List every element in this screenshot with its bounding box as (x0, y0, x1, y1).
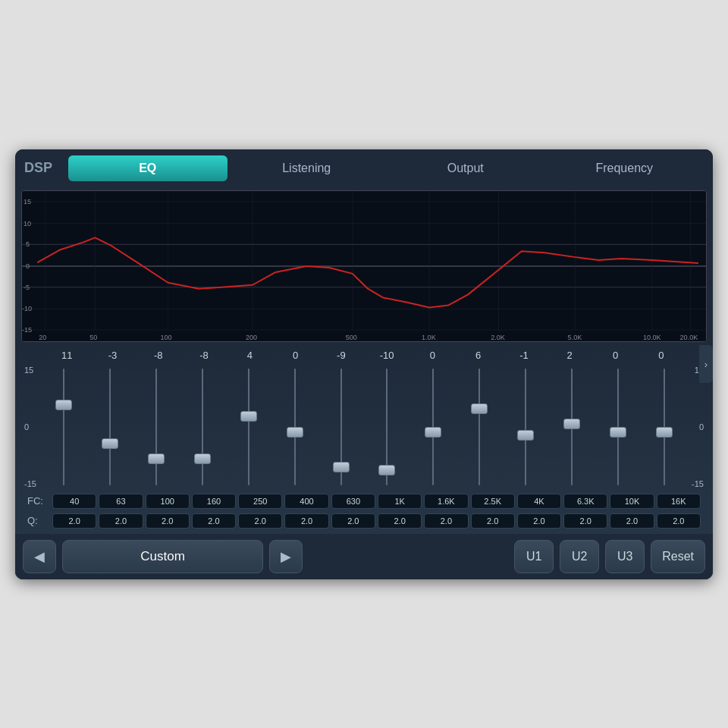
fader-track-7 (386, 369, 388, 485)
chevron-right-button[interactable]: › (699, 345, 713, 383)
fc-cell-10[interactable]: 4K (517, 494, 561, 509)
u1-button[interactable]: U1 (514, 540, 554, 573)
fader-handle-0[interactable] (55, 400, 72, 410)
fader-value-13: 0 (639, 350, 684, 361)
fader-col-7[interactable] (364, 366, 410, 488)
q-cell-5[interactable]: 2.0 (284, 513, 328, 529)
fader-handle-7[interactable] (378, 465, 395, 475)
q-cell-10[interactable]: 2.0 (517, 513, 561, 529)
fader-handle-8[interactable] (425, 427, 441, 438)
fc-cell-12[interactable]: 10K (610, 494, 654, 509)
fc-row: FC: 40631001602504006301K1.6K2.5K4K6.3K1… (21, 491, 707, 511)
q-cell-12[interactable]: 2.0 (610, 513, 654, 529)
svg-text:500: 500 (346, 334, 357, 341)
fc-cell-7[interactable]: 1K (378, 494, 422, 509)
fader-track-0 (63, 369, 64, 485)
fader-handle-4[interactable] (240, 411, 257, 422)
svg-text:20.0K: 20.0K (680, 334, 698, 341)
reset-button[interactable]: Reset (651, 540, 705, 573)
fader-track-1 (109, 369, 111, 485)
fader-handle-3[interactable] (194, 453, 211, 464)
svg-text:200: 200 (246, 334, 257, 341)
q-cell-9[interactable]: 2.0 (471, 513, 515, 529)
fader-handle-10[interactable] (517, 430, 534, 441)
fc-cell-5[interactable]: 400 (284, 494, 328, 509)
fc-cell-4[interactable]: 250 (238, 494, 282, 509)
fader-col-9[interactable] (457, 366, 503, 488)
fader-col-11[interactable] (548, 366, 595, 488)
fader-track-4 (248, 369, 249, 485)
eq-graph[interactable]: 15 10 5 0 -5 -10 -15 20 50 100 200 500 1… (21, 190, 707, 342)
fader-col-13[interactable] (641, 366, 687, 488)
q-label: Q: (27, 515, 50, 526)
fader-col-10[interactable] (503, 366, 549, 488)
fader-col-8[interactable] (410, 366, 457, 488)
fader-col-1[interactable] (87, 366, 133, 488)
svg-text:1.0K: 1.0K (422, 334, 436, 341)
fader-value-8: 0 (410, 350, 455, 361)
fc-cell-6[interactable]: 630 (331, 494, 375, 509)
fader-col-5[interactable] (271, 366, 318, 488)
tab-eq[interactable]: EQ (68, 155, 228, 181)
fader-col-12[interactable] (595, 366, 641, 488)
fader-col-0[interactable] (41, 366, 87, 488)
scale-top-left: 15 (24, 366, 38, 375)
prev-button[interactable]: ◀ (23, 540, 56, 573)
faders-area: 15 0 -15 15 0 -15 (21, 362, 707, 491)
fader-value-6: -9 (318, 350, 364, 361)
fader-value-4: 4 (227, 350, 272, 361)
fader-value-10: -1 (501, 350, 547, 361)
u2-button[interactable]: U2 (560, 540, 599, 573)
q-cell-0[interactable]: 2.0 (52, 513, 96, 529)
fc-cell-11[interactable]: 6.3K (563, 494, 607, 509)
fader-track-9 (479, 369, 480, 485)
fader-col-2[interactable] (133, 366, 180, 488)
fader-value-5: 0 (272, 350, 318, 361)
svg-text:100: 100 (160, 334, 171, 341)
tab-listening[interactable]: Listening (228, 155, 387, 181)
fc-cell-2[interactable]: 100 (146, 494, 190, 509)
fader-handle-12[interactable] (610, 427, 626, 438)
svg-text:10: 10 (24, 219, 31, 227)
q-cell-13[interactable]: 2.0 (657, 513, 701, 529)
tab-frequency[interactable]: Frequency (545, 155, 704, 181)
fader-handle-13[interactable] (656, 427, 673, 438)
q-cell-7[interactable]: 2.0 (378, 513, 422, 529)
bottom-controls: ◀ Custom ▶ U1 U2 U3 Reset (15, 534, 713, 579)
fader-handle-11[interactable] (563, 419, 580, 429)
fc-cell-3[interactable]: 160 (192, 494, 236, 509)
fader-handle-1[interactable] (102, 438, 118, 449)
fc-cell-1[interactable]: 63 (99, 494, 143, 509)
fader-handle-2[interactable] (148, 453, 165, 464)
fader-col-4[interactable] (225, 366, 271, 488)
fader-values-row: 11-3-8-840-9-1006-1200 (21, 348, 707, 362)
preset-name-button[interactable]: Custom (62, 540, 263, 573)
fc-cell-9[interactable]: 2.5K (471, 494, 515, 509)
fader-value-0: 11 (44, 350, 89, 361)
q-cell-6[interactable]: 2.0 (331, 513, 375, 529)
fc-cell-13[interactable]: 16K (657, 494, 701, 509)
tab-output[interactable]: Output (386, 155, 545, 181)
scale-mid-right: 0 (690, 422, 704, 431)
svg-text:-10: -10 (22, 305, 32, 312)
q-cell-8[interactable]: 2.0 (424, 513, 468, 529)
svg-text:20: 20 (39, 334, 46, 341)
q-cell-11[interactable]: 2.0 (563, 513, 607, 529)
fader-col-6[interactable] (318, 366, 364, 488)
fader-handle-5[interactable] (287, 427, 303, 438)
u3-button[interactable]: U3 (605, 540, 645, 573)
fader-value-7: -10 (364, 350, 410, 361)
fader-col-3[interactable] (180, 366, 226, 488)
next-button[interactable]: ▶ (269, 540, 303, 573)
fader-handle-6[interactable] (333, 462, 350, 472)
svg-text:10.0K: 10.0K (643, 334, 661, 341)
q-cell-3[interactable]: 2.0 (192, 513, 236, 529)
q-cell-1[interactable]: 2.0 (99, 513, 143, 529)
fc-cell-8[interactable]: 1.6K (424, 494, 468, 509)
svg-text:0: 0 (26, 262, 30, 270)
q-cell-2[interactable]: 2.0 (146, 513, 190, 529)
q-cell-4[interactable]: 2.0 (238, 513, 282, 529)
fader-handle-9[interactable] (471, 403, 488, 414)
fc-cell-0[interactable]: 40 (52, 494, 96, 509)
svg-text:-15: -15 (22, 326, 32, 334)
